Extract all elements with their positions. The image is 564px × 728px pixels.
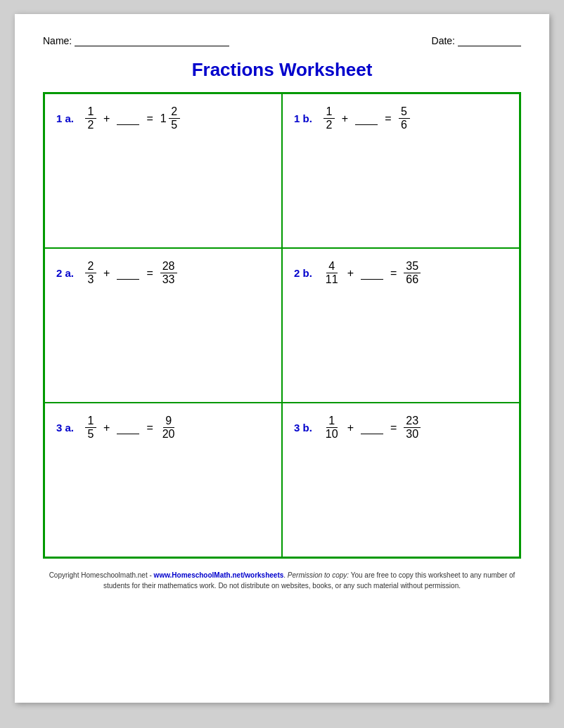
problem-label-1a: 1 a. (56, 112, 74, 124)
date-line[interactable] (458, 35, 521, 46)
equals-2b: = (390, 267, 397, 280)
problem-cell-3b: 3 b. 1 10 + = 23 30 (282, 403, 520, 557)
operator-2a: + (103, 267, 110, 280)
blank-3a[interactable] (117, 422, 139, 434)
fraction-1b-result: 5 6 (399, 105, 410, 131)
blank-2a[interactable] (117, 267, 139, 280)
problem-cell-1b: 1 b. 1 2 + = 5 6 (282, 93, 520, 248)
problem-label-2b: 2 b. (294, 267, 312, 279)
footer-permission-label: Permission to copy: (288, 571, 349, 579)
problem-label-3b: 3 b. (294, 422, 312, 434)
fraction-2a-first: 2 3 (85, 260, 96, 286)
equation-1a: 1 a. 1 2 + = 1 2 5 (56, 105, 270, 131)
blank-1a[interactable] (117, 112, 139, 125)
result-1a: 1 2 5 (160, 105, 180, 131)
equals-3b: = (390, 422, 397, 434)
header-row: Name: Date: (43, 35, 521, 46)
fraction-1a-first: 1 2 (85, 105, 96, 131)
equals-2a: = (146, 267, 153, 280)
page-title: Fractions Worksheet (43, 59, 521, 81)
name-label: Name: (43, 35, 72, 46)
fraction-3b-first: 1 10 (323, 415, 340, 441)
fraction-3b-result: 23 30 (404, 415, 421, 441)
equals-1a: = (146, 112, 153, 125)
problem-label-3a: 3 a. (56, 422, 74, 434)
name-field: Name: (43, 35, 229, 46)
footer: Copyright Homeschoolmath.net - www.Homes… (43, 570, 521, 591)
fraction-3a-first: 1 5 (85, 415, 96, 441)
operator-2b: + (347, 267, 354, 280)
blank-2b[interactable] (361, 267, 383, 280)
fraction-2b-result: 35 66 (404, 260, 421, 286)
equation-3b: 3 b. 1 10 + = 23 30 (294, 415, 508, 441)
date-field: Date: (432, 35, 521, 46)
name-line[interactable] (75, 35, 229, 46)
footer-link[interactable]: www.HomeschoolMath.net/worksheets (154, 571, 284, 579)
equation-3a: 3 a. 1 5 + = 9 20 (56, 415, 270, 441)
fraction-2b-first: 4 11 (323, 260, 340, 286)
fraction-2a-result: 28 33 (160, 260, 177, 286)
blank-1b[interactable] (355, 112, 378, 125)
problem-cell-1a: 1 a. 1 2 + = 1 2 5 (44, 93, 282, 248)
operator-3b: + (347, 422, 354, 434)
worksheet-page: Name: Date: Fractions Worksheet 1 a. 1 2… (15, 14, 549, 703)
footer-copyright: Copyright Homeschoolmath.net - (49, 571, 154, 579)
equals-1b: = (385, 112, 391, 125)
problem-cell-2a: 2 a. 2 3 + = 28 33 (44, 248, 282, 403)
fraction-1a-result: 2 5 (169, 105, 180, 131)
equation-2b: 2 b. 4 11 + = 35 66 (294, 260, 508, 286)
fraction-1b-first: 1 2 (323, 105, 335, 131)
operator-1b: + (342, 112, 348, 125)
fraction-3a-result: 9 20 (160, 415, 177, 441)
equation-2a: 2 a. 2 3 + = 28 33 (56, 260, 270, 286)
problem-label-2a: 2 a. (56, 267, 74, 279)
blank-3b[interactable] (361, 422, 383, 434)
operator-1a: + (103, 112, 110, 125)
problems-grid: 1 a. 1 2 + = 1 2 5 1 b. (43, 92, 521, 559)
date-label: Date: (432, 35, 455, 46)
equation-1b: 1 b. 1 2 + = 5 6 (294, 105, 508, 131)
problem-cell-2b: 2 b. 4 11 + = 35 66 (282, 248, 520, 403)
problem-label-1b: 1 b. (294, 112, 312, 124)
operator-3a: + (103, 422, 110, 434)
equals-3a: = (146, 422, 153, 434)
problem-cell-3a: 3 a. 1 5 + = 9 20 (44, 403, 282, 557)
